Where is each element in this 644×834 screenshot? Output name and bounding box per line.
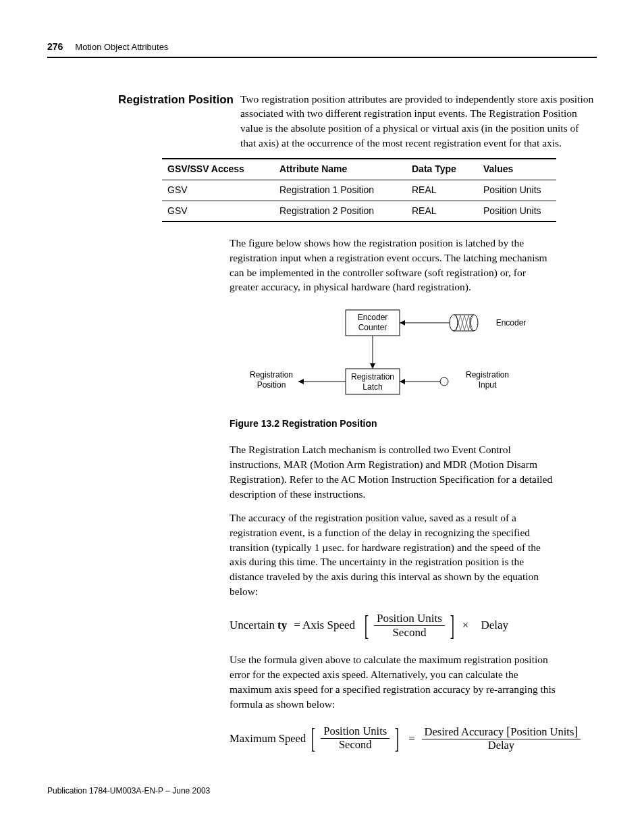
bracket-left: [ — [311, 730, 315, 747]
paragraph: Use the formula given above to calculate… — [230, 652, 556, 711]
cell-values: Position Units — [478, 201, 556, 221]
svg-marker-3 — [400, 320, 405, 325]
svg-point-4 — [450, 315, 458, 331]
page-number: 276 — [47, 41, 63, 54]
label-reg-input: Registration — [466, 370, 509, 380]
svg-point-25 — [440, 377, 448, 386]
th-type: Data Type — [406, 159, 478, 180]
section-heading: Registration Position — [118, 92, 234, 108]
th-attr: Attribute Name — [274, 159, 406, 180]
th-access: GSV/SSV Access — [162, 159, 274, 180]
eq-lhs: Maximum Speed — [230, 731, 306, 746]
svg-text:Latch: Latch — [363, 382, 382, 392]
fraction: Desired Accuracy [Position Units] Delay — [422, 725, 581, 752]
cell-access: GSV — [162, 180, 274, 201]
table-row: GSV Registration 2 Position REAL Positio… — [162, 201, 556, 221]
fraction: Position Units Second — [374, 612, 445, 639]
table-row: GSV Registration 1 Position REAL Positio… — [162, 180, 556, 201]
equation-uncertainty: Uncertainty = Axis Speed [ Position Unit… — [230, 612, 556, 639]
page-header: 276 Motion Object Attributes — [47, 41, 597, 58]
figure-diagram: Encoder Counter Encoder — [230, 307, 556, 412]
label-encoder-counter: Encoder — [358, 313, 388, 322]
figure-caption: Figure 13.2 Registration Position — [230, 417, 556, 431]
bracket-left: [ — [365, 617, 369, 634]
fraction: Position Units Second — [321, 725, 390, 752]
paragraph: The accuracy of the registration positio… — [230, 511, 556, 598]
cell-attr: Registration 2 Position — [274, 201, 406, 221]
svg-marker-17 — [370, 363, 375, 369]
svg-text:Counter: Counter — [358, 323, 387, 332]
th-values: Values — [478, 159, 556, 180]
cell-access: GSV — [162, 201, 274, 221]
chapter-title: Motion Object Attributes — [75, 41, 168, 53]
paragraph: The Registration Latch mechanism is cont… — [230, 442, 556, 501]
label-reg-latch: Registration — [351, 372, 394, 382]
label-reg-position: Registration — [250, 370, 293, 380]
publication-footer: Publication 1784-UM003A-EN-P – June 2003 — [47, 785, 210, 797]
svg-marker-24 — [400, 379, 405, 384]
svg-marker-22 — [298, 379, 304, 384]
bracket-right: ] — [395, 730, 399, 747]
cell-attr: Registration 1 Position — [274, 180, 406, 201]
eq-lhs: Uncertain — [230, 617, 275, 633]
bracket-right: ] — [450, 617, 454, 634]
svg-text:Input: Input — [479, 380, 497, 390]
section-row: Registration Position Two registration p… — [118, 92, 597, 151]
cell-type: REAL — [406, 180, 478, 201]
svg-point-7 — [470, 315, 478, 331]
equation-maxspeed: Maximum Speed [ Position Units Second ] … — [230, 725, 556, 752]
cell-type: REAL — [406, 201, 478, 221]
section-intro: Two registration position attributes are… — [240, 92, 597, 151]
svg-text:Position: Position — [257, 380, 286, 390]
paragraph: The figure below shows how the registrat… — [230, 236, 556, 294]
encoder-icon — [450, 315, 478, 331]
attributes-table: GSV/SSV Access Attribute Name Data Type … — [162, 158, 556, 222]
cell-values: Position Units — [478, 180, 556, 201]
label-encoder: Encoder — [496, 318, 527, 328]
